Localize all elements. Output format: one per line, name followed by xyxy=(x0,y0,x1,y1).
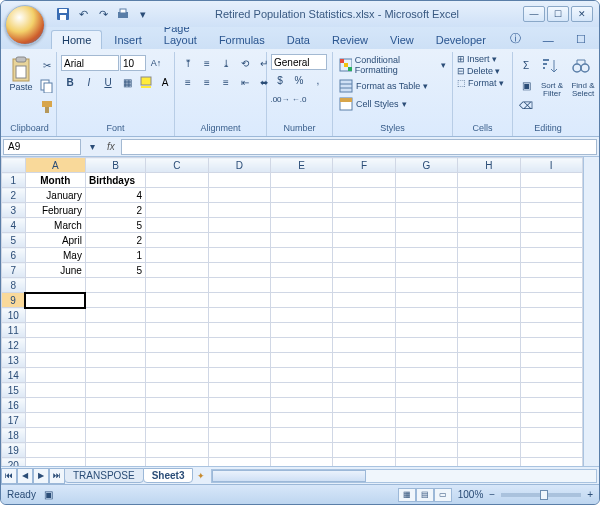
cell-I4[interactable] xyxy=(520,218,583,233)
cell-D8[interactable] xyxy=(208,278,270,293)
close-button[interactable]: ✕ xyxy=(571,6,593,22)
cell-D1[interactable] xyxy=(208,173,270,188)
undo-icon[interactable]: ↶ xyxy=(75,6,91,22)
cell-I20[interactable] xyxy=(520,458,583,467)
minimize-button[interactable]: — xyxy=(523,6,545,22)
cell-E2[interactable] xyxy=(270,188,332,203)
cell-E4[interactable] xyxy=(270,218,332,233)
cell-E16[interactable] xyxy=(270,398,332,413)
cell-B19[interactable] xyxy=(85,443,145,458)
cell-B9[interactable] xyxy=(85,293,145,308)
cell-E6[interactable] xyxy=(270,248,332,263)
copy-icon[interactable] xyxy=(38,77,56,95)
cell-F16[interactable] xyxy=(333,398,395,413)
cell-B1[interactable]: Birthdays xyxy=(85,173,145,188)
cell-A6[interactable]: May xyxy=(25,248,85,263)
ribbon-minimize-icon[interactable]: — xyxy=(533,31,564,49)
cell-C5[interactable] xyxy=(146,233,208,248)
font-grow-icon[interactable]: A↑ xyxy=(147,54,165,72)
tab-home[interactable]: Home xyxy=(51,30,102,49)
cell-I16[interactable] xyxy=(520,398,583,413)
cell-A4[interactable]: March xyxy=(25,218,85,233)
cell-B3[interactable]: 2 xyxy=(85,203,145,218)
row-header-6[interactable]: 6 xyxy=(2,248,26,263)
cell-C15[interactable] xyxy=(146,383,208,398)
autosum-icon[interactable]: Σ xyxy=(517,56,535,74)
cell-B11[interactable] xyxy=(85,323,145,338)
cell-G4[interactable] xyxy=(395,218,457,233)
cell-H3[interactable] xyxy=(458,203,520,218)
name-box[interactable]: A9 xyxy=(3,139,81,155)
cell-E5[interactable] xyxy=(270,233,332,248)
cell-D18[interactable] xyxy=(208,428,270,443)
cell-D6[interactable] xyxy=(208,248,270,263)
row-header-5[interactable]: 5 xyxy=(2,233,26,248)
cell-A7[interactable]: June xyxy=(25,263,85,278)
delete-cells-button[interactable]: ⊟ Delete ▾ xyxy=(457,66,500,76)
cell-B5[interactable]: 2 xyxy=(85,233,145,248)
cell-H16[interactable] xyxy=(458,398,520,413)
row-header-2[interactable]: 2 xyxy=(2,188,26,203)
cell-F12[interactable] xyxy=(333,338,395,353)
col-header-B[interactable]: B xyxy=(85,158,145,173)
cell-E14[interactable] xyxy=(270,368,332,383)
cell-G3[interactable] xyxy=(395,203,457,218)
cell-E9[interactable] xyxy=(270,293,332,308)
cell-A10[interactable] xyxy=(25,308,85,323)
col-header-A[interactable]: A xyxy=(25,158,85,173)
view-layout-icon[interactable]: ▤ xyxy=(416,488,434,502)
col-header-D[interactable]: D xyxy=(208,158,270,173)
cell-H19[interactable] xyxy=(458,443,520,458)
cell-I6[interactable] xyxy=(520,248,583,263)
cell-A2[interactable]: January xyxy=(25,188,85,203)
cell-C14[interactable] xyxy=(146,368,208,383)
save-icon[interactable] xyxy=(55,6,71,22)
paste-button[interactable]: Paste xyxy=(7,54,35,94)
cell-E10[interactable] xyxy=(270,308,332,323)
cell-E7[interactable] xyxy=(270,263,332,278)
row-header-7[interactable]: 7 xyxy=(2,263,26,278)
row-header-17[interactable]: 17 xyxy=(2,413,26,428)
orientation-icon[interactable]: ⟲ xyxy=(236,54,254,72)
cell-C11[interactable] xyxy=(146,323,208,338)
cell-G15[interactable] xyxy=(395,383,457,398)
cell-I15[interactable] xyxy=(520,383,583,398)
row-header-11[interactable]: 11 xyxy=(2,323,26,338)
cell-E8[interactable] xyxy=(270,278,332,293)
cell-F14[interactable] xyxy=(333,368,395,383)
font-name-input[interactable] xyxy=(61,55,119,71)
font-color-icon[interactable]: A xyxy=(156,73,174,91)
cell-H18[interactable] xyxy=(458,428,520,443)
cell-A18[interactable] xyxy=(25,428,85,443)
cell-F18[interactable] xyxy=(333,428,395,443)
cell-C12[interactable] xyxy=(146,338,208,353)
zoom-in-icon[interactable]: + xyxy=(587,489,593,500)
cell-F1[interactable] xyxy=(333,173,395,188)
cell-F9[interactable] xyxy=(333,293,395,308)
find-select-button[interactable]: Find & Select xyxy=(569,54,597,100)
cell-I2[interactable] xyxy=(520,188,583,203)
italic-button[interactable]: I xyxy=(80,73,98,91)
cell-I1[interactable] xyxy=(520,173,583,188)
row-header-19[interactable]: 19 xyxy=(2,443,26,458)
cell-F3[interactable] xyxy=(333,203,395,218)
cell-F10[interactable] xyxy=(333,308,395,323)
col-header-I[interactable]: I xyxy=(520,158,583,173)
cell-F8[interactable] xyxy=(333,278,395,293)
cell-H4[interactable] xyxy=(458,218,520,233)
cell-H12[interactable] xyxy=(458,338,520,353)
row-header-20[interactable]: 20 xyxy=(2,458,26,467)
cell-C7[interactable] xyxy=(146,263,208,278)
cell-F20[interactable] xyxy=(333,458,395,467)
sheet-first-icon[interactable]: ⏮ xyxy=(1,468,17,484)
underline-button[interactable]: U xyxy=(99,73,117,91)
cell-G18[interactable] xyxy=(395,428,457,443)
cell-G11[interactable] xyxy=(395,323,457,338)
vertical-scrollbar[interactable] xyxy=(583,157,599,466)
row-header-3[interactable]: 3 xyxy=(2,203,26,218)
cell-I12[interactable] xyxy=(520,338,583,353)
cell-B10[interactable] xyxy=(85,308,145,323)
tab-data[interactable]: Data xyxy=(277,31,320,49)
cell-C19[interactable] xyxy=(146,443,208,458)
align-top-icon[interactable]: ⤒ xyxy=(179,54,197,72)
